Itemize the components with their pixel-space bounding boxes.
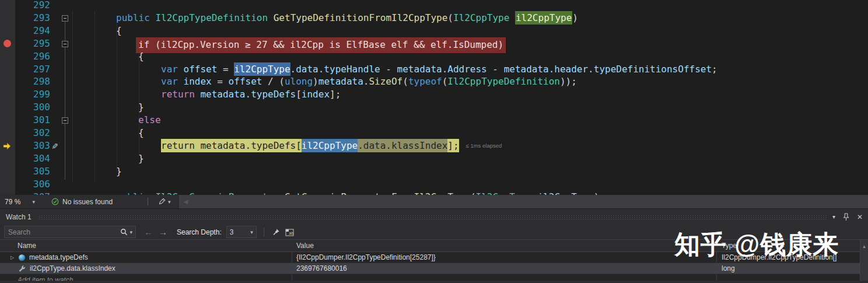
code-text: { <box>138 127 144 139</box>
column-header-name[interactable]: Name <box>18 240 36 251</box>
watch-row[interactable]: il2CppType.data.klassIndex2369767680016l… <box>0 263 860 274</box>
pin-icon[interactable] <box>843 213 849 221</box>
line-number: 294 <box>18 25 50 37</box>
watch-name-cell[interactable]: ▷metadata.typeDefs <box>0 252 292 263</box>
line-number: 304 <box>18 152 50 165</box>
breakpoint-indicator[interactable] <box>4 40 11 47</box>
code-line-304: 304} <box>0 152 868 165</box>
line-number: 292 <box>18 0 50 12</box>
code-line-303: 303✎return metadata.typeDefs[il2CppType.… <box>0 139 868 152</box>
watch-title-bar[interactable]: Watch 1 ▾ ✕ <box>0 209 868 225</box>
line-number: 303 <box>18 139 50 152</box>
code-line-302: 302{ <box>0 127 868 139</box>
line-number: 299 <box>18 88 50 101</box>
line-number: 307 <box>18 191 50 195</box>
code-editor: 292293public Il2CppTypeDefinition GetTyp… <box>0 0 868 195</box>
horizontal-scrollbar[interactable]: ◀ <box>179 195 868 208</box>
chevron-down-icon: ▾ <box>32 199 35 205</box>
code-text: public Il2CppTypeDefinition GetTypeDefin… <box>116 12 578 25</box>
code-line-298: 298var index = offset / (ulong)metadata.… <box>0 75 868 88</box>
watch-name-cell[interactable]: il2CppType.data.klassIndex <box>0 263 292 274</box>
watch-title: Watch 1 <box>6 213 32 221</box>
wrench-icon <box>19 265 26 272</box>
code-line-300: 300} <box>0 101 868 114</box>
code-line-307: 307public Il2CppGenericParameter GetGene… <box>0 191 868 195</box>
code-line-306: 306 <box>0 178 868 191</box>
line-number: 302 <box>18 127 50 139</box>
search-depth-combo[interactable]: 3 ▾ <box>226 226 257 238</box>
watch-expression: il2CppType.data.klassIndex <box>30 264 116 272</box>
search-icon[interactable] <box>119 228 129 236</box>
search-depth-label: Search Depth: <box>177 228 222 236</box>
code-line-297: 297var offset = il2CppType.data.typeHand… <box>0 63 868 76</box>
issues-status-message[interactable]: No issues found <box>62 198 113 206</box>
code-cleanup-button[interactable]: ▾ <box>158 198 171 206</box>
code-text: { <box>116 25 122 37</box>
watch-type: long <box>722 263 735 274</box>
line-number: 297 <box>18 63 50 76</box>
code-text: var offset = il2CppType.data.typeHandle … <box>161 63 718 76</box>
find-previous-icon[interactable]: ← <box>144 227 153 237</box>
search-box[interactable]: ▾ <box>4 226 136 238</box>
watch-expression: metadata.typeDefs <box>29 253 88 261</box>
line-number: 293 <box>18 12 50 25</box>
expander-icon[interactable]: ▷ <box>10 255 19 260</box>
scroll-left-icon[interactable]: ◀ <box>179 198 188 205</box>
fold-collapse-toggle[interactable] <box>62 117 68 124</box>
code-line-305: 305} <box>0 165 868 178</box>
editor-status-bar: 79 % ▾ No issues found ▾ ◀ <box>0 195 868 208</box>
object-icon <box>19 254 25 261</box>
check-circle-icon <box>51 198 59 205</box>
code-text: return metadata.typeDefs[il2CppType.data… <box>161 139 502 152</box>
code-line-294: 294{ <box>0 25 868 37</box>
line-number: 306 <box>18 178 50 191</box>
code-text: } <box>138 101 144 114</box>
code-line-296: 296{ <box>0 50 868 63</box>
watch-value: 2369767680016 <box>296 263 347 274</box>
code-line-299: 299return metadata.typeDefs[index]; <box>0 88 868 101</box>
search-options-chevron-icon[interactable]: ▾ <box>129 229 135 235</box>
scroll-up-icon[interactable]: ▲ <box>862 244 867 249</box>
search-depth-value: 3 <box>230 228 234 236</box>
line-number: 295 <box>18 37 50 50</box>
code-text: } <box>116 165 122 178</box>
chevron-down-icon: ▾ <box>250 229 253 235</box>
code-text: { <box>138 50 144 63</box>
line-number: 305 <box>18 165 50 178</box>
title-drag-grip <box>38 215 827 220</box>
fold-collapse-toggle[interactable] <box>62 15 68 22</box>
line-number: 300 <box>18 101 50 114</box>
code-line-295: 295if (il2Cpp.Version ≥ 27 && il2Cpp is … <box>0 37 868 50</box>
code-line-293: 293public Il2CppTypeDefinition GetTypeDe… <box>0 12 868 25</box>
window-bottom-edge <box>0 281 868 283</box>
current-statement-arrow-icon <box>3 142 11 150</box>
code-text: else <box>138 114 161 127</box>
code-line-292: 292 <box>0 0 868 12</box>
pin-properties-button[interactable] <box>270 226 282 237</box>
column-header-value[interactable]: Value <box>296 240 314 251</box>
line-number: 298 <box>18 75 50 88</box>
svg-text:ab: ab <box>289 231 293 235</box>
watermark: 知乎 @钱康来 <box>674 228 839 262</box>
divider <box>148 198 148 205</box>
zoom-level-combo[interactable]: 79 % ▾ <box>0 198 38 206</box>
zoom-level-value: 79 % <box>5 198 20 206</box>
fold-collapse-toggle[interactable] <box>62 41 68 47</box>
line-number: 296 <box>18 50 50 63</box>
line-number: 301 <box>18 114 50 127</box>
code-text: return metadata.typeDefs[index]; <box>161 88 341 101</box>
code-text: public Il2CppGenericParameter GetGeneric… <box>116 191 599 195</box>
watch-vertical-scrollbar[interactable]: ▲ <box>860 240 868 283</box>
toolbar-separator <box>264 228 264 237</box>
search-input[interactable] <box>5 228 119 236</box>
code-line-301: 301else <box>0 114 868 127</box>
edit-pencil-icon: ✎ <box>51 140 58 153</box>
format-specifier-button[interactable]: ab <box>284 226 296 237</box>
find-next-icon[interactable]: → <box>159 227 167 237</box>
code-text: } <box>138 152 144 165</box>
perf-tip: ≤ 1ms elapsed <box>466 142 502 149</box>
watch-value: {Il2CppDumper.Il2CppTypeDefinition[25287… <box>296 252 436 263</box>
code-text: var index = offset / (ulong)metadata.Siz… <box>161 75 577 88</box>
